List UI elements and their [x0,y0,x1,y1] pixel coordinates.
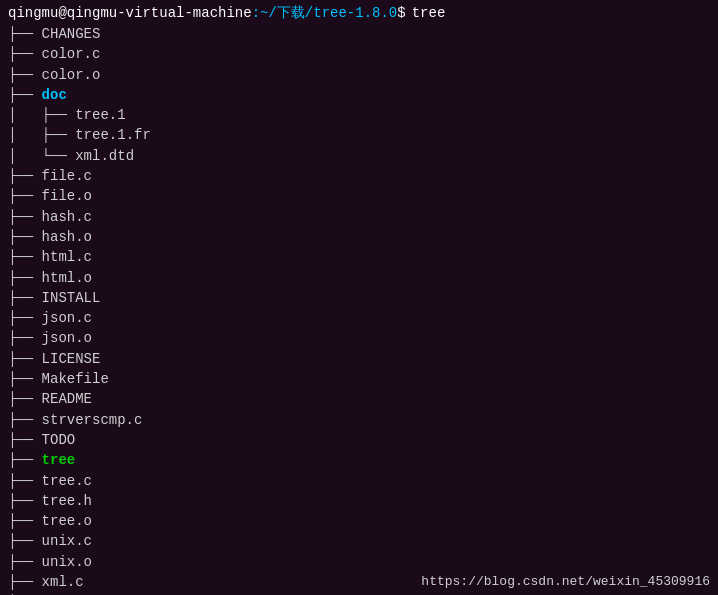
tree-connector: │ └── [8,146,75,166]
tree-connector: │ ├── [8,105,75,125]
tree-connector: ├── [8,65,42,85]
tree-line: ├── color.c [8,44,710,64]
tree-line: ├── color.o [8,65,710,85]
tree-line: ├── LICENSE [8,349,710,369]
tree-connector: ├── [8,268,42,288]
tree-line: ├── json.o [8,328,710,348]
tree-item-name: unix.c [42,531,92,551]
tree-item-name: tree [42,450,76,470]
tree-line: ├── hash.c [8,207,710,227]
tree-line: ├── doc [8,85,710,105]
tree-item-name: LICENSE [42,349,101,369]
tree-connector: ├── [8,471,42,491]
tree-item-name: color.c [42,44,101,64]
tree-item-name: unix.o [42,552,92,572]
tree-line: ├── html.c [8,247,710,267]
tree-item-name: doc [42,85,67,105]
tree-item-name: tree.h [42,491,92,511]
tree-connector: │ ├── [8,125,75,145]
tree-line: ├── json.c [8,308,710,328]
tree-item-name: README [42,389,92,409]
tree-line: ├── hash.o [8,227,710,247]
tree-item-name: CHANGES [42,24,101,44]
tree-connector: ├── [8,328,42,348]
tree-item-name: Makefile [42,369,109,389]
tree-connector: ├── [8,247,42,267]
tree-connector: ├── [8,85,42,105]
tree-line: │ ├── tree.1 [8,105,710,125]
tree-connector: ├── [8,349,42,369]
tree-line: ├── tree.h [8,491,710,511]
tree-line: ├── README [8,389,710,409]
tree-line: ├── file.o [8,186,710,206]
tree-item-name: file.c [42,166,92,186]
tree-connector: ├── [8,227,42,247]
tree-line: │ ├── tree.1.fr [8,125,710,145]
tree-connector: ├── [8,44,42,64]
tree-connector: ├── [8,491,42,511]
tree-item-name: strverscmp.c [42,410,143,430]
tree-connector: ├── [8,552,42,572]
tree-item-name: tree.o [42,511,92,531]
watermark: https://blog.csdn.net/weixin_45309916 [421,574,710,589]
tree-connector: ├── [8,24,42,44]
tree-line: ├── TODO [8,430,710,450]
tree-item-name: color.o [42,65,101,85]
tree-line: ├── file.c [8,166,710,186]
tree-line: ├── unix.c [8,531,710,551]
tree-item-name: xml.dtd [75,146,134,166]
tree-item-name: file.o [42,186,92,206]
tree-line: ├── strverscmp.c [8,410,710,430]
prompt-user: qingmu@qingmu-virtual-machine [8,5,252,21]
terminal-window: qingmu@qingmu-virtual-machine :~/下载/tree… [0,0,718,595]
tree-connector: ├── [8,308,42,328]
tree-connector: ├── [8,410,42,430]
prompt-line: qingmu@qingmu-virtual-machine :~/下载/tree… [8,4,710,22]
tree-item-name: json.o [42,328,92,348]
tree-line: ├── INSTALL [8,288,710,308]
tree-item-name: tree.1.fr [75,125,151,145]
tree-line: ├── CHANGES [8,24,710,44]
tree-line: ├── unix.o [8,552,710,572]
tree-connector: ├── [8,166,42,186]
tree-item-name: hash.o [42,227,92,247]
tree-connector: ├── [8,389,42,409]
tree-output: ├── CHANGES├── color.c├── color.o├── doc… [8,24,710,595]
tree-line: ├── tree.o [8,511,710,531]
tree-line: ├── tree [8,450,710,470]
tree-connector: ├── [8,430,42,450]
tree-item-name: html.o [42,268,92,288]
tree-item-name: TODO [42,430,76,450]
tree-connector: ├── [8,531,42,551]
tree-item-name: tree.1 [75,105,125,125]
tree-item-name: hash.c [42,207,92,227]
tree-connector: ├── [8,450,42,470]
prompt-path: :~/下载/tree-1.8.0 [252,4,398,22]
tree-item-name: html.c [42,247,92,267]
tree-line: ├── Makefile [8,369,710,389]
prompt-dollar: $ [397,5,405,21]
tree-connector: ├── [8,511,42,531]
tree-item-name: xml.c [42,572,84,592]
tree-line: ├── tree.c [8,471,710,491]
tree-connector: ├── [8,288,42,308]
tree-connector: ├── [8,207,42,227]
prompt-command: tree [412,5,446,21]
tree-connector: ├── [8,572,42,592]
tree-line: │ └── xml.dtd [8,146,710,166]
tree-connector: ├── [8,186,42,206]
tree-item-name: INSTALL [42,288,101,308]
tree-item-name: json.c [42,308,92,328]
tree-line: ├── html.o [8,268,710,288]
tree-item-name: tree.c [42,471,92,491]
tree-connector: ├── [8,369,42,389]
